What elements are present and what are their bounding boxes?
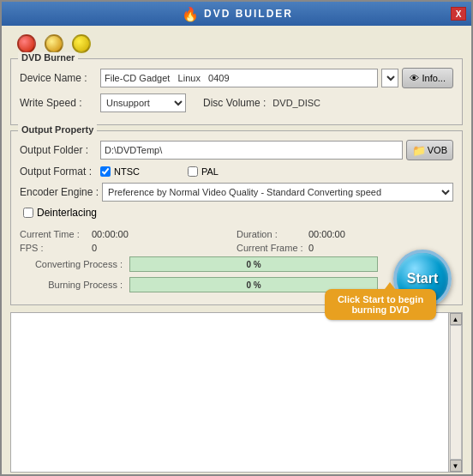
log-scrollbar[interactable]: ▲ ▼ [448,313,462,472]
pal-checkbox[interactable] [188,166,198,177]
device-dropdown[interactable] [381,69,398,87]
main-window: 🔥 DVD BUILDER X DVD Burner Device Name :… [0,0,473,476]
format-checkboxes: NTSC PAL [100,166,219,177]
deinterlacing-row: Deinterlacing [20,207,453,219]
device-name-row: Device Name : 👁 Info... [20,68,453,88]
output-property-section: Output Property Output Folder : 📁 VOB Ou… [10,130,463,305]
disc-volume-value: DVD_DISC [272,98,320,108]
converting-progress-text: 0 % [246,260,260,269]
burning-process-label: Burning Process : [20,280,123,290]
output-format-row: Output Format : NTSC PAL [20,166,453,178]
vob-button[interactable]: 📁 VOB [406,140,453,160]
title-bar: 🔥 DVD BUILDER X [2,2,471,26]
close-button[interactable]: X [451,7,466,21]
current-frame-value: 0 [308,243,314,253]
fps-item: FPS : 0 [20,243,236,253]
fps-label: FPS : [20,243,88,253]
disc-volume-label: Disc Volume : [203,97,266,109]
stats-row-2: FPS : 0 Current Frame : 0 [20,243,453,253]
device-name-input[interactable] [100,69,378,87]
duration-label: Duration : [236,229,305,239]
deinterlacing-checkbox[interactable] [23,208,33,218]
converting-process-label: Converting Process : [20,259,123,269]
encoder-engine-select[interactable]: Preference by Normal Video Quality - Sta… [102,183,453,202]
current-time-item: Current Time : 00:00:00 [20,229,236,239]
device-name-label: Device Name : [20,72,97,84]
folder-icon: 📁 [412,144,426,157]
encoder-engine-label: Encoder Engine : [20,186,99,198]
dvd-burner-title: DVD Burner [18,52,78,63]
flame-icon: 🔥 [182,6,199,22]
output-property-title: Output Property [18,124,97,135]
eye-icon: 👁 [410,73,419,83]
deinterlacing-label: Deinterlacing [37,207,97,219]
encoder-engine-row: Encoder Engine : Preference by Normal Vi… [20,183,453,202]
ntsc-checkbox[interactable] [100,166,111,177]
current-time-label: Current Time : [20,229,88,239]
write-speed-select[interactable]: Unsupport [100,93,186,112]
fps-value: 0 [92,243,97,253]
write-speed-label: Write Speed : [20,97,97,109]
converting-process-row: Converting Process : 0 % [20,256,453,272]
info-button[interactable]: 👁 Info... [402,68,453,88]
scroll-down-arrow[interactable]: ▼ [450,460,462,472]
scroll-track [450,325,462,460]
output-format-label: Output Format : [20,166,97,178]
dvd-burner-section: DVD Burner Device Name : 👁 Info... Write… [10,58,463,125]
current-time-value: 00:00:00 [92,229,129,239]
converting-progress-bar: 0 % [129,256,378,272]
output-folder-label: Output Folder : [20,144,97,156]
yellow-light[interactable] [45,34,63,53]
title-bar-center: 🔥 DVD BUILDER [24,6,451,22]
log-box: ▲ ▼ [10,312,463,473]
red-light[interactable] [17,34,36,53]
current-frame-label: Current Frame : [236,243,305,253]
duration-value: 00:00:00 [308,229,345,239]
output-folder-input[interactable] [100,141,403,160]
output-folder-row: Output Folder : 📁 VOB [20,140,453,160]
pal-label[interactable]: PAL [188,166,219,177]
start-tooltip: Click Start to begin burning DVD [325,289,436,320]
write-speed-row: Write Speed : Unsupport Disc Volume : DV… [20,93,453,112]
duration-item: Duration : 00:00:00 [236,229,453,239]
burning-progress-text: 0 % [246,280,260,290]
green-light[interactable] [72,34,91,53]
window-title: DVD BUILDER [204,8,293,20]
stats-row-1: Current Time : 00:00:00 Duration : 00:00… [20,229,453,239]
scroll-up-arrow[interactable]: ▲ [450,313,462,325]
ntsc-label[interactable]: NTSC [100,166,140,177]
